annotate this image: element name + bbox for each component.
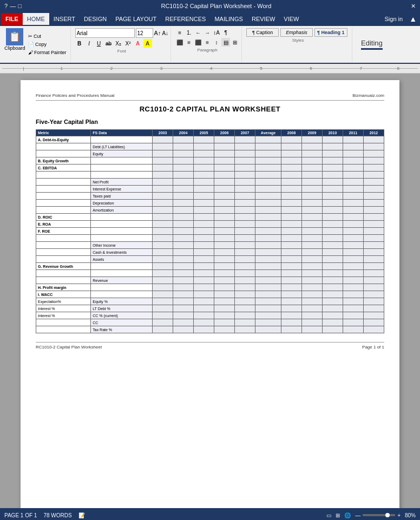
- indent-decrease-button[interactable]: ←: [194, 28, 202, 37]
- cell-data: [323, 305, 343, 312]
- cell-data: [281, 298, 302, 305]
- highlight-button[interactable]: A: [143, 39, 152, 48]
- indent-increase-button[interactable]: →: [203, 28, 212, 37]
- cell-data: [235, 193, 255, 200]
- zoom-plus-icon[interactable]: +: [397, 512, 401, 518]
- borders-button[interactable]: ⊞: [231, 38, 239, 47]
- cell-data: [302, 200, 323, 207]
- col-2010: 2010: [323, 130, 343, 136]
- cell-data: [302, 157, 323, 164]
- tab-page-layout[interactable]: PAGE LAYOUT: [111, 13, 161, 25]
- tab-references[interactable]: REFERENCES: [161, 13, 210, 25]
- cell-data: [343, 136, 364, 143]
- view-full-icon[interactable]: ⊞: [336, 512, 340, 518]
- line-spacing-button[interactable]: ↕: [212, 38, 221, 47]
- cell-data: [194, 143, 214, 150]
- cell-data: [255, 214, 281, 221]
- table-row: [36, 270, 384, 277]
- table-row: Tax Rate %: [36, 326, 384, 333]
- show-marks-button[interactable]: ¶: [221, 28, 230, 37]
- maximize-icon[interactable]: □: [18, 3, 22, 9]
- zoom-slider-track[interactable]: [363, 514, 395, 516]
- cell-data: [363, 277, 384, 284]
- superscript-button[interactable]: X²: [124, 39, 133, 48]
- cut-button[interactable]: ✂ Cut: [27, 32, 68, 40]
- cell-data: [343, 207, 364, 214]
- zoom-control[interactable]: — +: [355, 512, 401, 518]
- cell-data: [173, 235, 194, 242]
- close-icon[interactable]: ✕: [411, 3, 416, 10]
- align-left-button[interactable]: ⬛: [175, 38, 184, 47]
- cell-data: [343, 193, 364, 200]
- cell-data: [153, 319, 173, 326]
- minimize-icon[interactable]: —: [10, 3, 16, 9]
- view-web-icon[interactable]: 🌐: [344, 512, 351, 518]
- cell-data: [323, 312, 343, 319]
- col-metric: Metric: [36, 130, 91, 136]
- text-color-button[interactable]: A: [134, 39, 142, 48]
- cell-data: [214, 256, 235, 263]
- cell-data: [214, 214, 235, 221]
- cell-data: [214, 200, 235, 207]
- font-name-input[interactable]: [75, 28, 135, 38]
- bullet-list-button[interactable]: ≡: [175, 28, 184, 37]
- footer-left: RC1010-2 Capital Plan Worksheet: [36, 345, 102, 350]
- underline-button[interactable]: U: [95, 39, 103, 48]
- tab-review[interactable]: REVIEW: [247, 13, 279, 25]
- zoom-minus-icon[interactable]: —: [355, 512, 360, 518]
- cell-metric: Interest %: [36, 312, 91, 319]
- grow-font-icon[interactable]: A↑: [154, 30, 161, 36]
- ribbon-collapse-icon[interactable]: ▲: [407, 15, 419, 23]
- justify-button[interactable]: ≡: [203, 38, 212, 47]
- file-tab[interactable]: FILE: [1, 13, 23, 25]
- cell-metric: [36, 249, 91, 256]
- cell-data: [323, 186, 343, 193]
- cell-data: [235, 326, 255, 333]
- tab-home[interactable]: HOME: [23, 13, 49, 25]
- cell-metric: [36, 235, 91, 242]
- copy-button[interactable]: 📄 Copy: [27, 41, 68, 48]
- strikethrough-button[interactable]: ab: [104, 39, 113, 48]
- tab-design[interactable]: DESIGN: [80, 13, 111, 25]
- font-size-input[interactable]: [136, 28, 153, 38]
- sign-in-button[interactable]: Sign in: [385, 16, 408, 22]
- align-right-button[interactable]: ⬛: [194, 38, 202, 47]
- zoom-slider-thumb[interactable]: [385, 513, 390, 517]
- cell-data: [194, 207, 214, 214]
- align-center-button[interactable]: ≡: [185, 38, 193, 47]
- bold-button[interactable]: B: [75, 39, 84, 48]
- paste-button[interactable]: 📋 Clipboard: [4, 28, 25, 61]
- cell-fs-data: Net Profit: [91, 179, 153, 186]
- cell-metric: D. ROIC: [36, 214, 91, 221]
- number-list-button[interactable]: 1.: [185, 28, 193, 37]
- tab-insert[interactable]: INSERT: [49, 13, 80, 25]
- cell-data: [194, 150, 214, 157]
- cell-metric: E. ROA: [36, 221, 91, 228]
- format-painter-button[interactable]: 🖌 Format Painter: [27, 49, 68, 56]
- tab-view[interactable]: VIEW: [279, 13, 303, 25]
- sort-button[interactable]: ↕A: [212, 28, 221, 37]
- cell-data: [214, 263, 235, 270]
- style-emphasis[interactable]: Emphasis: [280, 28, 313, 37]
- cell-fs-data: [91, 270, 153, 277]
- cell-data: [214, 193, 235, 200]
- shrink-font-icon[interactable]: A↓: [162, 30, 168, 36]
- table-row: I. WACC: [36, 291, 384, 298]
- cell-data: [323, 228, 343, 235]
- table-row: Amortization: [36, 207, 384, 214]
- style-caption[interactable]: ¶ Caption: [246, 28, 279, 37]
- cell-data: [153, 228, 173, 235]
- italic-button[interactable]: I: [85, 39, 94, 48]
- cell-data: [323, 136, 343, 143]
- help-icon[interactable]: ?: [4, 3, 8, 9]
- subscript-button[interactable]: X₂: [114, 39, 123, 48]
- track-changes-icon[interactable]: 📝: [78, 512, 85, 518]
- tab-mailings[interactable]: MAILINGS: [210, 13, 247, 25]
- cell-data: [323, 284, 343, 291]
- style-heading1[interactable]: ¶ Heading 1: [314, 28, 347, 37]
- view-print-icon[interactable]: ▭: [326, 512, 331, 518]
- cell-data: [343, 186, 364, 193]
- cell-metric: [36, 193, 91, 200]
- shading-button[interactable]: ▤: [221, 38, 230, 47]
- cell-data: [302, 221, 323, 228]
